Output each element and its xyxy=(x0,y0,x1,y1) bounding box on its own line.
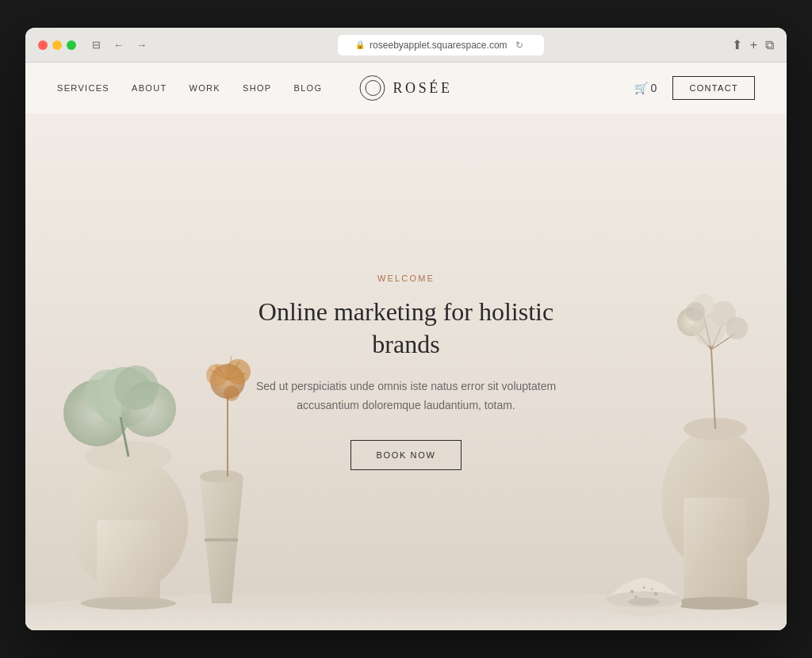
svg-point-14 xyxy=(200,470,243,483)
browser-actions: ⬆ + ⧉ xyxy=(732,37,774,52)
cart-count: 0 xyxy=(651,82,657,94)
nav-shop[interactable]: SHOP xyxy=(243,83,271,93)
svg-point-45 xyxy=(654,592,657,595)
logo-icon xyxy=(359,75,385,101)
svg-rect-5 xyxy=(97,520,160,607)
nav-right: 🛒 0 CONTACT xyxy=(634,76,755,100)
refresh-button[interactable]: ↻ xyxy=(512,38,527,52)
svg-point-48 xyxy=(628,598,660,606)
nav-about[interactable]: ABOUT xyxy=(132,83,167,93)
book-now-button[interactable]: BOOK NOW xyxy=(350,440,462,470)
svg-rect-28 xyxy=(684,498,747,607)
nav-blog[interactable]: BLOG xyxy=(293,83,322,93)
website-content: SERVICES ABOUT WORK SHOP BLOG ROSÉE 🛒 0 … xyxy=(25,63,787,630)
svg-point-46 xyxy=(635,596,638,599)
cart-icon: 🛒 xyxy=(634,82,648,94)
url-field[interactable]: 🔒 roseebyapplet.squarespace.com ↻ xyxy=(338,35,544,55)
navigation: SERVICES ABOUT WORK SHOP BLOG ROSÉE 🛒 0 … xyxy=(25,63,787,113)
forward-button[interactable]: → xyxy=(133,37,150,52)
svg-point-11 xyxy=(114,365,159,410)
svg-point-40 xyxy=(686,302,705,321)
nav-left: SERVICES ABOUT WORK SHOP BLOG xyxy=(57,83,322,93)
mac-window: ⊟ ← → 🔒 roseebyapplet.squarespace.com ↻ … xyxy=(25,28,787,630)
sidebar-toggle-button[interactable]: ⊟ xyxy=(89,37,104,52)
url-text: roseebyapplet.squarespace.com xyxy=(370,40,507,51)
hero-section: WELCOME Online marketing for holistic br… xyxy=(25,113,787,630)
svg-point-44 xyxy=(643,587,645,589)
hero-title: Online marketing for holistic brands xyxy=(232,296,580,362)
hero-subtitle: Sed ut perspiciatis unde omnis iste natu… xyxy=(232,377,580,415)
minimize-button[interactable] xyxy=(52,40,62,50)
svg-point-6 xyxy=(81,597,176,610)
maximize-button[interactable] xyxy=(67,40,76,50)
lock-icon: 🔒 xyxy=(355,40,365,49)
close-button[interactable] xyxy=(38,40,48,50)
title-bar: ⊟ ← → 🔒 roseebyapplet.squarespace.com ↻ … xyxy=(25,28,787,63)
site-logo[interactable]: ROSÉE xyxy=(359,75,452,101)
svg-point-43 xyxy=(630,590,634,593)
share-button[interactable]: ⬆ xyxy=(732,37,742,52)
welcome-label: WELCOME xyxy=(232,274,580,283)
nav-work[interactable]: WORK xyxy=(190,83,221,93)
cart-button[interactable]: 🛒 0 xyxy=(634,82,657,94)
address-bar: 🔒 roseebyapplet.squarespace.com ↻ xyxy=(156,35,726,55)
copy-button[interactable]: ⧉ xyxy=(765,38,774,52)
svg-point-47 xyxy=(651,588,653,591)
back-button[interactable]: ← xyxy=(110,37,127,52)
logo-text: ROSÉE xyxy=(393,80,452,97)
new-tab-button[interactable]: + xyxy=(750,38,757,52)
nav-services[interactable]: SERVICES xyxy=(57,83,109,93)
hero-content: WELCOME Online marketing for holistic br… xyxy=(232,274,580,471)
svg-point-29 xyxy=(672,597,759,610)
svg-point-38 xyxy=(726,317,748,339)
contact-button[interactable]: CONTACT xyxy=(672,76,755,100)
traffic-lights xyxy=(38,40,76,50)
